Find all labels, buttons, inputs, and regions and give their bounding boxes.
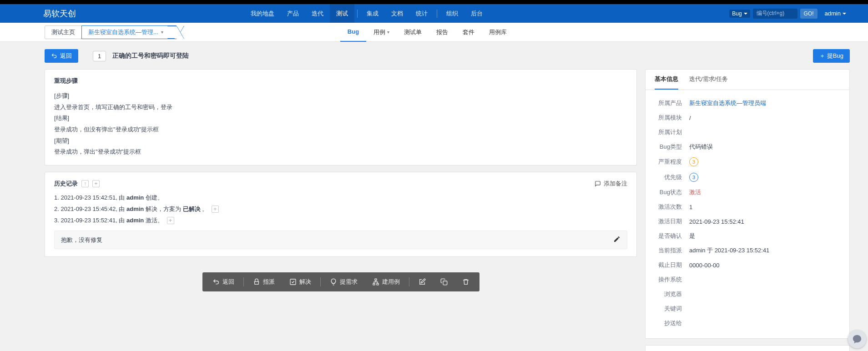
action-assign[interactable]: 指派 — [247, 275, 281, 289]
sitemap-icon — [372, 278, 379, 286]
history-note-box: 抱歉，没有修复 — [54, 231, 627, 249]
life-tabs: Bug的一生 其他相关 — [646, 346, 849, 351]
action-edit[interactable] — [412, 276, 432, 288]
help-fab-button[interactable] — [848, 330, 866, 348]
add-note-button[interactable]: 添加备注 — [595, 180, 627, 188]
info-value — [689, 302, 839, 316]
nav-stats[interactable]: 统计 — [409, 4, 434, 23]
info-label: 优先级 — [656, 170, 688, 185]
action-resolve[interactable]: 解决 — [283, 275, 318, 289]
info-value: 2021-09-23 15:52:41 — [689, 215, 839, 228]
history-text: 解决，方案为 — [144, 206, 182, 212]
comment-icon — [595, 181, 601, 187]
info-value — [689, 316, 839, 330]
history-text: 。 — [202, 206, 208, 212]
history-card: 历史记录 ↑ + 添加备注 1. 2021-09-23 15:42:51, 由 … — [45, 172, 637, 257]
expand-entry-button[interactable]: + — [212, 206, 219, 213]
action-tostory[interactable]: 提需求 — [323, 275, 364, 289]
step-line: 登录成功，弹出"登录成功"提示框 — [54, 146, 627, 158]
page-title: 正确的工号和密码即可登陆 — [112, 52, 189, 60]
svg-rect-2 — [373, 284, 375, 285]
info-value: admin 于 2021-09-23 15:52:41 — [689, 244, 839, 257]
collapse-history-button[interactable]: ↑ — [81, 180, 89, 187]
user-menu[interactable]: admin — [820, 10, 846, 17]
info-label: 当前指派 — [656, 244, 688, 257]
nav-divider — [437, 10, 437, 18]
edit-note-button[interactable] — [613, 236, 621, 244]
action-delete[interactable] — [456, 276, 476, 288]
subnav-report[interactable]: 报告 — [429, 23, 455, 42]
svg-rect-4 — [443, 281, 447, 285]
breadcrumb: 测试主页 新生寝室自选系统—管理... ▾ — [45, 25, 177, 39]
right-column: 基本信息 迭代/需求/任务 所属产品新生寝室自选系统—管理员端 所属模块/ 所属… — [645, 69, 850, 351]
subnav-usecase[interactable]: 用例 ▾ — [366, 23, 397, 42]
quick-search-input[interactable]: 编号(ctrl+g) — [753, 9, 797, 19]
breadcrumb-home[interactable]: 测试主页 — [45, 25, 82, 39]
subnav-suite[interactable]: 套件 — [455, 23, 482, 42]
action-copy[interactable] — [434, 276, 454, 288]
bug-life-card: Bug的一生 其他相关 由谁创建admin 于 2021-09-23 15:42… — [645, 345, 850, 351]
expand-history-button[interactable]: + — [92, 180, 100, 187]
back-arrow-icon — [212, 278, 220, 286]
tab-iteration-story-task[interactable]: 迭代/需求/任务 — [689, 70, 728, 90]
info-value: 0000-00-00 — [689, 258, 839, 272]
plus-icon: ＋ — [819, 52, 825, 60]
info-label: Bug类型 — [656, 140, 688, 154]
svg-rect-3 — [377, 284, 378, 285]
nav-admin[interactable]: 后台 — [464, 4, 489, 23]
tab-other-related[interactable]: 其他相关 — [695, 346, 718, 351]
caret-down-icon — [843, 13, 846, 15]
brand-logo[interactable]: 易软天创 — [43, 8, 94, 19]
bug-id-badge: 1 — [93, 51, 106, 61]
action-assign-label: 指派 — [263, 278, 275, 286]
tab-bug-life[interactable]: Bug的一生 — [655, 346, 684, 351]
nav-org[interactable]: 组织 — [440, 4, 464, 23]
edit-icon — [419, 278, 426, 286]
breadcrumb-product-selector[interactable]: 新生寝室自选系统—管理... ▾ — [81, 25, 177, 39]
back-button[interactable]: 返回 — [45, 49, 78, 63]
expand-entry-button[interactable]: + — [167, 217, 174, 224]
search-type-selector[interactable]: Bug — [729, 10, 750, 18]
step-line: [结果] — [54, 113, 627, 124]
subnav-bug[interactable]: Bug — [340, 23, 366, 42]
history-text: 激活。 — [144, 217, 163, 224]
step-line: [步骤] — [54, 90, 627, 102]
add-bug-button[interactable]: ＋ 提Bug — [813, 49, 850, 63]
history-note-text: 抱歉，没有修复 — [61, 236, 102, 244]
info-label: 激活次数 — [656, 200, 688, 214]
tab-basic-info[interactable]: 基本信息 — [655, 70, 678, 90]
action-divider — [409, 277, 409, 286]
info-label: Bug状态 — [656, 186, 688, 199]
info-label: 截止日期 — [656, 258, 688, 272]
info-label: 抄送给 — [656, 316, 688, 330]
history-text: 3. 2021-09-23 15:52:41, 由 — [54, 217, 126, 224]
subnav-caselib[interactable]: 用例库 — [482, 23, 514, 42]
nav-mypanel[interactable]: 我的地盘 — [244, 4, 281, 23]
nav-docs[interactable]: 文档 — [385, 4, 409, 23]
top-right-controls: Bug 编号(ctrl+g) GO! admin — [729, 9, 846, 19]
steps-title: 重现步骤 — [54, 77, 627, 85]
history-entry: 3. 2021-09-23 15:52:41, 由 admin 激活。 + — [54, 215, 627, 226]
subnav-testsheet[interactable]: 测试单 — [397, 23, 429, 42]
nav-iteration[interactable]: 迭代 — [305, 4, 330, 23]
svg-rect-0 — [290, 279, 296, 285]
action-back[interactable]: 返回 — [206, 275, 241, 289]
action-tocase[interactable]: 建用例 — [366, 275, 406, 289]
info-label: 浏览器 — [656, 287, 688, 301]
search-type-label: Bug — [732, 10, 742, 17]
pencil-icon — [613, 236, 621, 243]
steps-body: [步骤] 进入登录首页，填写正确的工号和密码，登录 [结果] 登录成功，但没有弹… — [54, 90, 627, 158]
action-resolve-label: 解决 — [299, 278, 311, 286]
info-product-link[interactable]: 新生寝室自选系统—管理员端 — [689, 100, 766, 106]
info-value — [689, 273, 839, 286]
nav-product[interactable]: 产品 — [281, 4, 305, 23]
nav-test[interactable]: 测试 — [330, 4, 354, 23]
go-button[interactable]: GO! — [800, 9, 818, 19]
hand-icon — [253, 278, 260, 286]
caret-down-icon: ▾ — [387, 30, 389, 35]
lightbulb-icon — [330, 278, 337, 286]
history-list: 1. 2021-09-23 15:42:51, 由 admin 创建。 2. 2… — [54, 192, 627, 226]
subnav-usecase-label: 用例 — [373, 28, 385, 36]
info-label: 所属模块 — [656, 111, 688, 125]
nav-integration[interactable]: 集成 — [360, 4, 385, 23]
